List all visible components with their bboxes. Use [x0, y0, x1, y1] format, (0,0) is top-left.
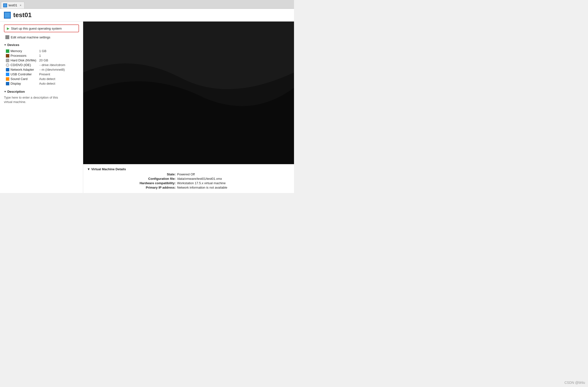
description-section: ▼ Description Type here to enter a descr… — [4, 90, 79, 104]
device-item-name: Processors — [11, 54, 26, 58]
page-header: test01 — [0, 9, 294, 22]
device-item-name: Display — [11, 82, 21, 85]
display-icon — [6, 82, 9, 85]
vm-details-key: State: — [127, 172, 176, 176]
play-icon: ▶ — [7, 26, 10, 30]
device-item-name: Hard Disk (NVMe) — [11, 59, 36, 62]
vm-details: ▼ Virtual Machine Details State:Powered … — [83, 164, 294, 193]
net-icon — [6, 68, 9, 71]
description-text[interactable]: Type here to enter a description of this… — [4, 95, 79, 104]
device-item-value: ···drive /dev/cdrom — [39, 63, 65, 67]
tab-close-button[interactable]: × — [20, 4, 21, 7]
tab-test01[interactable]: test01 × — [1, 2, 24, 9]
device-item-name: CD/DVD (IDE) — [11, 63, 31, 67]
device-item-label: CD/DVD (IDE) — [6, 63, 38, 67]
devices-section-title: ▼ Devices — [4, 43, 79, 47]
vm-details-row: Hardware compatibility:Workstation 17.5.… — [87, 181, 290, 185]
vm-details-rows: State:Powered OffConfiguration file:/dat… — [87, 172, 290, 189]
vm-details-value: Powered Off — [177, 172, 251, 176]
vm-details-collapse-icon: ▼ — [87, 167, 90, 171]
memory-icon — [6, 49, 9, 53]
tab-label: test01 — [9, 3, 17, 7]
left-panel: ▶ Start up this guest operating system E… — [0, 22, 83, 193]
device-item-value: 1 — [39, 54, 41, 58]
device-item-label: Processors — [6, 54, 38, 58]
cd-icon — [6, 63, 9, 67]
sound-icon — [6, 77, 9, 81]
edit-settings-button[interactable]: Edit virtual machine settings — [4, 34, 79, 40]
right-panel: ▼ Virtual Machine Details State:Powered … — [83, 22, 294, 193]
edit-icon — [5, 35, 9, 39]
device-item[interactable]: Hard Disk (NVMe)20 GB — [6, 58, 79, 63]
main-content: ▶ Start up this guest operating system E… — [0, 22, 294, 193]
device-item-label: USB Controller — [6, 72, 38, 76]
description-collapse-icon: ▼ — [4, 90, 6, 93]
vm-details-key: Configuration file: — [127, 177, 176, 181]
device-item[interactable]: Memory1 GB — [6, 49, 79, 53]
vm-screen-graphic — [83, 22, 294, 164]
device-item[interactable]: Network Adapter···m (/dev/vmnet8) — [6, 67, 79, 72]
device-item-label: Display — [6, 82, 38, 85]
vm-details-row: Primary IP address:Network information i… — [87, 186, 290, 189]
device-item-value: Auto detect — [39, 77, 55, 81]
device-item-value: 1 GB — [39, 49, 46, 53]
device-item-label: Network Adapter — [6, 68, 38, 71]
device-item[interactable]: Processors1 — [6, 53, 79, 58]
device-item-value: Auto detect — [39, 82, 55, 85]
usb-icon — [6, 73, 9, 76]
device-item-label: Hard Disk (NVMe) — [6, 59, 38, 62]
vm-details-key: Primary IP address: — [127, 186, 176, 189]
vm-details-value: /data/vmware/test01/test01.vmx — [177, 177, 251, 181]
page-title: test01 — [13, 11, 32, 19]
device-item[interactable]: Sound CardAuto detect — [6, 77, 79, 81]
cpu-icon — [6, 54, 9, 58]
collapse-arrow-icon: ▼ — [4, 43, 6, 46]
vm-details-title: ▼ Virtual Machine Details — [87, 167, 290, 171]
device-item-name: USB Controller — [11, 72, 32, 76]
description-title: Description — [7, 90, 25, 93]
vm-details-value: Workstation 17.5.x virtual machine — [177, 181, 251, 185]
device-item[interactable]: USB ControllerPresent — [6, 72, 79, 77]
vm-details-row: Configuration file:/data/vmware/test01/t… — [87, 177, 290, 181]
device-item-value: 20 GB — [39, 59, 48, 62]
description-section-title: ▼ Description — [4, 90, 79, 93]
vm-details-value: Network information is not available — [177, 186, 251, 189]
device-list: Memory1 GBProcessors1Hard Disk (NVMe)20 … — [6, 49, 79, 86]
device-item-value: Present — [39, 72, 50, 76]
hdd-icon — [6, 59, 9, 62]
startup-label: Start up this guest operating system — [11, 27, 62, 30]
device-item-label: Sound Card — [6, 77, 38, 81]
device-item[interactable]: CD/DVD (IDE)···drive /dev/cdrom — [6, 63, 79, 67]
vm-tab-icon — [3, 3, 7, 7]
device-item-name: Network Adapter — [11, 68, 34, 71]
device-item-label: Memory — [6, 49, 38, 53]
vm-header-icon — [4, 12, 11, 19]
vm-details-key: Hardware compatibility: — [127, 181, 176, 185]
device-item-name: Memory — [11, 49, 22, 53]
vm-screen — [83, 22, 294, 164]
device-item-name: Sound Card — [11, 77, 27, 81]
devices-title: Devices — [7, 43, 19, 47]
vm-details-row: State:Powered Off — [87, 172, 290, 176]
device-item[interactable]: DisplayAuto detect — [6, 81, 79, 86]
startup-button[interactable]: ▶ Start up this guest operating system — [4, 24, 79, 32]
edit-label: Edit virtual machine settings — [11, 36, 50, 39]
device-item-value: ···m (/dev/vmnet8) — [39, 68, 65, 71]
tab-bar: test01 × — [0, 0, 294, 9]
vm-details-title-text: Virtual Machine Details — [91, 167, 126, 171]
